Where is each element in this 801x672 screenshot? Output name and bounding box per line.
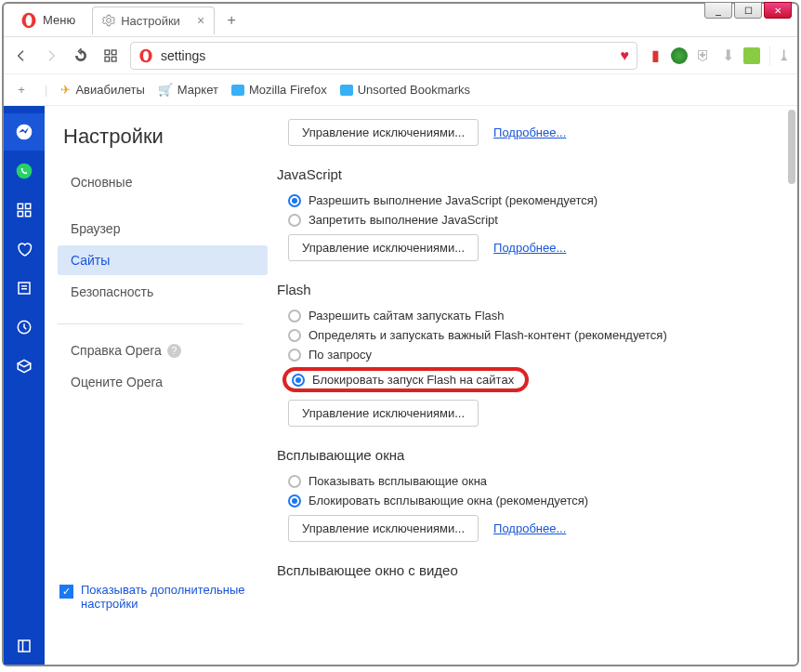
- tab-close-icon[interactable]: ×: [197, 13, 204, 28]
- svg-point-9: [17, 164, 33, 179]
- radio-icon: [288, 194, 301, 207]
- folder-icon: [231, 85, 244, 96]
- svg-rect-18: [19, 640, 30, 652]
- whatsapp-icon[interactable]: [4, 152, 45, 190]
- opera-logo-icon: [20, 12, 37, 29]
- check-icon: ✓: [59, 585, 73, 599]
- bookmark-flights[interactable]: ✈Авиабилеты: [60, 83, 144, 97]
- maximize-button[interactable]: ☐: [734, 2, 762, 19]
- forward-button[interactable]: [41, 46, 61, 66]
- tab-title: Настройки: [121, 14, 180, 28]
- add-bookmark-button[interactable]: +: [11, 80, 32, 100]
- new-tab-button[interactable]: +: [220, 9, 243, 32]
- svg-rect-13: [26, 212, 31, 217]
- bookmark-firefox[interactable]: Mozilla Firefox: [231, 83, 327, 97]
- flash-block-option[interactable]: Блокировать запуск Flash на сайтах: [282, 367, 529, 392]
- tab-bar: Меню Настройки × +: [4, 4, 797, 37]
- flash-detect-option[interactable]: Определять и запускать важный Flash-конт…: [288, 328, 784, 342]
- radio-icon: [288, 475, 301, 488]
- radio-icon: [292, 374, 305, 387]
- radio-icon: [288, 214, 301, 227]
- help-icon: ?: [167, 344, 181, 358]
- svg-rect-4: [105, 57, 110, 61]
- page-title: Настройки: [63, 125, 268, 149]
- svg-rect-10: [18, 204, 22, 208]
- bookmark-market[interactable]: 🛒Маркет: [158, 83, 218, 97]
- sidebar-item-browser[interactable]: Браузер: [58, 214, 268, 244]
- window-controls: _ ☐ ✕: [703, 2, 792, 19]
- js-block-option[interactable]: Запретить выполнение JavaScript: [288, 213, 784, 227]
- section-flash: Flash: [277, 282, 784, 297]
- svg-rect-2: [105, 50, 110, 55]
- manage-exceptions-button[interactable]: Управление исключениями...: [288, 515, 479, 542]
- history-rail-icon[interactable]: [4, 309, 45, 346]
- close-button[interactable]: ✕: [764, 2, 792, 19]
- radio-icon: [288, 349, 301, 362]
- menu-button[interactable]: Меню: [11, 8, 85, 33]
- svg-rect-12: [18, 212, 22, 217]
- left-rail: [4, 106, 45, 665]
- radio-icon: [288, 494, 301, 507]
- divider: [58, 323, 243, 324]
- android-icon[interactable]: [743, 47, 760, 64]
- extensions-rail-icon[interactable]: [4, 348, 45, 385]
- speed-dial-button[interactable]: [100, 46, 121, 66]
- show-advanced-checkbox[interactable]: ✓ Показывать дополнительные настройки: [59, 583, 268, 611]
- bookmarks-bar: + | ✈Авиабилеты 🛒Маркет Mozilla Firefox …: [4, 74, 797, 106]
- more-link[interactable]: Подробнее...: [493, 241, 566, 255]
- cart-icon: 🛒: [158, 83, 173, 97]
- news-rail-icon[interactable]: [4, 270, 45, 307]
- nav-bar: settings ♥ ▮ ⛨ ⬇ ⤓: [4, 37, 797, 74]
- section-javascript: JavaScript: [277, 166, 784, 182]
- settings-sidebar: Настройки Основные Браузер Сайты Безопас…: [45, 106, 268, 665]
- flash-ask-option[interactable]: По запросу: [288, 348, 784, 362]
- manage-exceptions-button[interactable]: Управление исключениями...: [288, 400, 479, 427]
- radio-icon: [288, 310, 301, 323]
- svg-rect-11: [26, 204, 31, 208]
- more-link[interactable]: Подробнее...: [493, 125, 566, 139]
- gear-icon: [102, 14, 115, 27]
- more-link[interactable]: Подробнее...: [493, 521, 566, 535]
- downloads-icon[interactable]: ⤓: [769, 46, 790, 66]
- speed-dial-rail-icon[interactable]: [4, 191, 45, 229]
- extension-icon-2[interactable]: [671, 47, 688, 64]
- tab-settings[interactable]: Настройки ×: [92, 7, 215, 34]
- menu-label: Меню: [43, 13, 75, 27]
- section-video-popup: Всплывающее окно с видео: [277, 562, 784, 578]
- bookmark-heart-icon[interactable]: ♥: [621, 47, 630, 64]
- opera-badge-icon: [138, 48, 153, 63]
- svg-point-1: [26, 15, 33, 26]
- sidebar-item-main[interactable]: Основные: [58, 167, 268, 197]
- heart-rail-icon[interactable]: [4, 231, 45, 268]
- sidebar-help[interactable]: Справка Opera?: [58, 336, 268, 365]
- svg-rect-5: [112, 57, 116, 61]
- back-button[interactable]: [11, 46, 32, 66]
- minimize-button[interactable]: _: [704, 2, 732, 19]
- svg-rect-3: [112, 50, 116, 55]
- js-allow-option[interactable]: Разрешить выполнение JavaScript (рекомен…: [288, 193, 784, 207]
- section-popups: Всплывающие окна: [277, 447, 784, 463]
- messenger-icon[interactable]: [4, 113, 45, 151]
- collapse-rail-icon[interactable]: [4, 627, 45, 665]
- popup-block-option[interactable]: Блокировать всплывающие окна (рекомендуе…: [288, 494, 784, 507]
- scrollbar-thumb[interactable]: [788, 110, 795, 184]
- extension-icon-1[interactable]: ▮: [647, 47, 663, 64]
- sidebar-rate[interactable]: Оцените Opera: [58, 367, 268, 397]
- popup-show-option[interactable]: Показывать всплывающие окна: [288, 474, 784, 488]
- folder-icon: [340, 85, 353, 96]
- settings-content: Управление исключениями... Подробнее... …: [268, 106, 797, 665]
- plane-icon: ✈: [60, 83, 71, 97]
- radio-icon: [288, 329, 301, 342]
- manage-exceptions-button[interactable]: Управление исключениями...: [288, 234, 479, 261]
- download-arrow-icon[interactable]: ⬇: [719, 47, 736, 64]
- sidebar-item-security[interactable]: Безопасность: [58, 277, 268, 307]
- bookmark-unsorted[interactable]: Unsorted Bookmarks: [340, 83, 470, 97]
- manage-exceptions-button[interactable]: Управление исключениями...: [288, 119, 479, 146]
- url-bar[interactable]: settings ♥: [130, 42, 637, 70]
- extensions-tray: ▮ ⛨ ⬇: [647, 47, 760, 64]
- flash-allow-option[interactable]: Разрешить сайтам запускать Flash: [288, 309, 784, 323]
- sidebar-item-sites[interactable]: Сайты: [58, 245, 268, 275]
- svg-point-7: [143, 50, 149, 60]
- reload-button[interactable]: [71, 46, 91, 66]
- shield-icon[interactable]: ⛨: [695, 47, 712, 64]
